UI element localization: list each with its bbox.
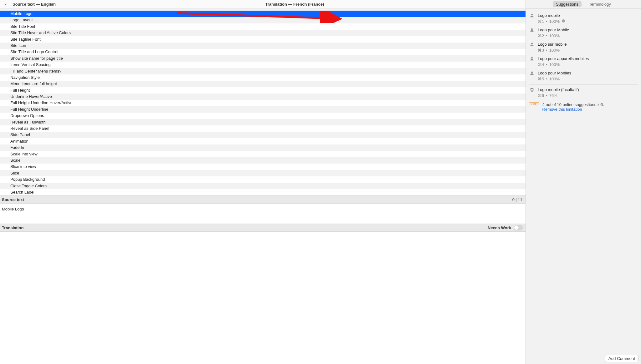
list-item[interactable]: Show site name for page title [0, 55, 526, 62]
list-item[interactable]: Slice [0, 170, 526, 176]
suggestion-text: Logo mobile [538, 13, 638, 18]
list-item-label: Animation [10, 139, 28, 144]
svg-point-4 [531, 57, 533, 59]
list-item-label: Reveal as Fullwidth [10, 120, 46, 124]
list-item[interactable]: Reveal as Fullwidth [0, 119, 526, 125]
list-item-label: Site Icon [10, 43, 26, 48]
needs-work-toggle[interactable] [514, 225, 523, 230]
list-item[interactable]: Mobile Logo [0, 11, 526, 17]
suggestion-shortcut: ⌘6 [538, 93, 544, 98]
list-item[interactable]: Full Height Underline [0, 106, 526, 113]
verified-icon [562, 19, 565, 24]
add-comment-button[interactable]: Add Comment [605, 355, 638, 362]
list-item[interactable]: Underline Hover/Active [0, 94, 526, 100]
person-icon [529, 42, 535, 53]
suggestion-shortcut: ⌘4 [538, 62, 544, 67]
svg-point-6 [530, 88, 533, 89]
list-item[interactable]: Scale [0, 157, 526, 164]
list-item-label: Search Label [10, 190, 34, 195]
list-item-label: Site Title Hover and Active Colors [10, 30, 71, 35]
list-item[interactable]: Menu items are full height [0, 81, 526, 87]
list-item[interactable]: Close Toggle Colors [0, 183, 526, 189]
tab-suggestions[interactable]: Suggestions [553, 1, 582, 7]
list-item-label: Slice into view [10, 164, 36, 169]
list-item[interactable]: Logo Layout [0, 17, 526, 23]
list-item[interactable]: Items Vertical Spacing [0, 62, 526, 68]
list-item-label: Full Height [10, 88, 30, 93]
suggestion-meta: ⌘5•100% [538, 77, 638, 81]
list-item-label: Scale into view [10, 152, 38, 156]
list-columns-header: Source text — English Translation — Fren… [0, 0, 526, 9]
list-item-label: Dropdown Options [10, 113, 44, 118]
list-item-label: Full Height Underline Hover/Active [10, 100, 73, 105]
suggestion-match: 100% [549, 62, 560, 67]
suggestion-item[interactable]: Logo pour Mobile⌘2•100% [529, 26, 638, 40]
suggestion-text: Logo mobile (facultatif) [538, 87, 638, 92]
list-item[interactable]: Site Title Hover and Active Colors [0, 30, 526, 36]
person-icon [529, 71, 535, 81]
suggestion-meta: ⌘2•100% [538, 33, 638, 38]
suggestion-shortcut: ⌘1 [538, 19, 544, 24]
list-item-label: Side Panel [10, 132, 30, 137]
list-item-label: Full Height Underline [10, 107, 48, 112]
translation-input[interactable] [0, 232, 526, 364]
list-item[interactable]: Search Label [0, 189, 526, 195]
suggestion-item[interactable]: Logo pour appareils mobiles⌘4•100% [529, 54, 638, 69]
source-text-value: Mobile Logo [2, 207, 24, 211]
list-item-label: Fill and Center Menu Items? [10, 69, 61, 73]
suggestion-meta: ⌘1•100% [538, 19, 638, 24]
suggestion-shortcut: ⌘3 [538, 48, 544, 53]
suggestion-meta: ⌘3•100% [538, 48, 638, 53]
pro-badge: PRO [529, 102, 539, 106]
svg-point-3 [531, 43, 533, 44]
suggestion-item[interactable]: Logo pour Mobiles⌘5•100% [529, 69, 638, 83]
suggestion-text: Logo pour appareils mobiles [538, 56, 638, 61]
suggestion-match: 100% [549, 19, 560, 24]
svg-point-2 [531, 28, 533, 30]
svg-point-5 [531, 72, 533, 73]
suggestions-divider [529, 84, 638, 85]
suggestion-shortcut: ⌘5 [538, 77, 544, 81]
list-item[interactable]: Animation [0, 138, 526, 144]
suggestion-match: 100% [549, 48, 560, 53]
list-item[interactable]: Dropdown Options [0, 113, 526, 119]
list-item[interactable]: Site Title and Logo Control [0, 49, 526, 55]
suggestion-match: 76% [549, 93, 557, 98]
list-item[interactable]: Full Height Underline Hover/Active [0, 100, 526, 106]
suggestion-item[interactable]: Logo mobile⌘1•100% [529, 11, 638, 26]
list-item-label: Site Tagline Font [10, 37, 41, 42]
list-item[interactable]: Site Tagline Font [0, 36, 526, 43]
suggestion-item[interactable]: Logo sur mobile⌘3•100% [529, 40, 638, 54]
list-item-label: Logo Layout [10, 18, 33, 22]
list-item[interactable]: Reveal as Side Panel [0, 125, 526, 132]
list-item-label: Items Vertical Spacing [10, 62, 51, 67]
tab-terminology[interactable]: Terminology [586, 1, 614, 7]
list-item[interactable]: Popup Background [0, 176, 526, 183]
suggestion-text: Logo pour Mobiles [538, 71, 638, 75]
remove-limitation-link[interactable]: Remove this limitation [542, 107, 582, 112]
list-item-label: Navigation Style [10, 75, 40, 80]
list-item[interactable]: Fill and Center Menu Items? [0, 68, 526, 74]
list-item[interactable]: Full Height [0, 87, 526, 94]
list-item[interactable]: Fade In [0, 144, 526, 151]
list-item-label: Underline Hover/Active [10, 94, 52, 99]
translation-subheader: Translation Needs Work [0, 224, 526, 232]
limitation-text: 4 out of 10 online suggestions left. [542, 102, 604, 107]
svg-point-0 [531, 14, 533, 16]
right-tabs: Suggestions Terminology [526, 0, 641, 9]
suggestion-item[interactable]: Logo mobile (facultatif)⌘6•76% [529, 85, 638, 100]
suggestion-match: 100% [549, 77, 560, 81]
list-item[interactable]: Slice into view [0, 164, 526, 170]
list-item[interactable]: Navigation Style [0, 74, 526, 81]
source-text-subheader: Source text 0 | 11 [0, 195, 526, 204]
list-item[interactable]: Site Title Font [0, 23, 526, 30]
target-col-label: Translation — French (France) [265, 2, 324, 7]
list-item[interactable]: Scale into view [0, 151, 526, 157]
source-strings-list[interactable]: Mobile LogoLogo LayoutSite Title FontSit… [0, 11, 526, 195]
suggestion-meta: ⌘6•76% [538, 93, 638, 98]
list-item-label: Menu items are full height [10, 81, 57, 86]
suggestion-match: 100% [549, 33, 560, 38]
list-item-label: Slice [10, 171, 19, 175]
list-item[interactable]: Side Panel [0, 132, 526, 138]
list-item[interactable]: Site Icon [0, 43, 526, 49]
